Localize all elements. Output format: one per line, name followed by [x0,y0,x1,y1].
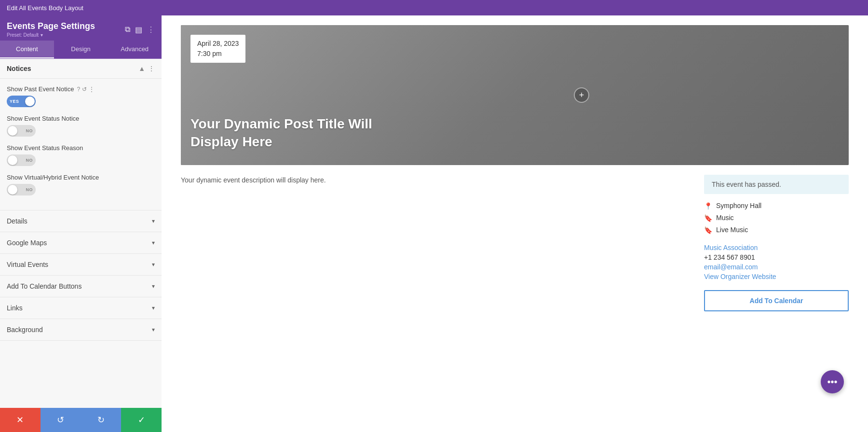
show-virtual-hybrid-notice-label: Show Virtual/Hybrid Event Notice [7,174,99,181]
past-event-help-icon[interactable]: ? [77,86,80,93]
columns-icon[interactable]: ▤ [135,25,142,34]
google-maps-section: Google Maps ▾ [0,232,162,254]
tab-content[interactable]: Content [0,41,54,58]
links-chevron-icon: ▾ [152,305,155,311]
event-description-text: Your dynamic event description will disp… [181,175,685,185]
floating-menu-icon: ••• [827,376,837,388]
show-event-status-notice-row: Show Event Status Notice NO [7,115,155,137]
banner-time: 7:30 pm [197,49,239,59]
google-maps-chevron-icon: ▾ [152,239,155,246]
past-event-reset-icon[interactable]: ↺ [82,86,87,93]
notices-more-icon[interactable]: ⋮ [148,65,155,72]
show-event-status-reason-toggle[interactable]: NO [7,154,36,166]
details-header[interactable]: Details ▾ [0,210,162,232]
category-icon-1: 🔖 [704,214,712,222]
notices-section-header[interactable]: Notices ▲ ⋮ [0,59,162,79]
links-section: Links ▾ [0,297,162,319]
background-title: Background [7,326,43,334]
details-section: Details ▾ [0,210,162,232]
background-section: Background ▾ [0,319,162,341]
toggle-off-label: NO [26,128,33,133]
show-event-status-notice-toggle[interactable]: NO [7,125,36,137]
virtual-events-title: Virtual Events [7,261,48,268]
detail-category-live-music: 🔖 Live Music [704,226,849,234]
add-to-calendar-header[interactable]: Add To Calendar Buttons ▾ [0,276,162,297]
add-to-calendar-button[interactable]: Add To Calendar [704,290,849,311]
organizer-email-link[interactable]: email@email.com [704,263,849,271]
add-to-calendar-chevron-icon: ▾ [152,283,155,290]
details-chevron-icon: ▾ [152,218,155,224]
show-event-status-reason-label: Show Event Status Reason [7,144,83,152]
banner-date: April 28, 2023 [197,39,239,49]
show-virtual-hybrid-notice-row: Show Virtual/Hybrid Event Notice NO [7,174,155,195]
sidebar-tabs: Content Design Advanced [0,41,162,59]
show-event-status-reason-row: Show Event Status Reason NO [7,144,155,166]
location-text: Symphony Hall [716,202,761,209]
sidebar-content: Notices ▲ ⋮ Show Past Event Notice ? ↺ [0,59,162,408]
floating-menu-button[interactable]: ••• [821,370,844,393]
virtual-events-header[interactable]: Virtual Events ▾ [0,254,162,275]
details-title: Details [7,217,27,225]
detail-location: 📍 Symphony Hall [704,202,849,210]
event-details: 📍 Symphony Hall 🔖 Music 🔖 Live Music [704,202,849,234]
google-maps-header[interactable]: Google Maps ▾ [0,232,162,253]
tab-design[interactable]: Design [54,41,108,58]
event-info-sidebar: This event has passed. 📍 Symphony Hall 🔖… [704,175,849,311]
preview-area: April 28, 2023 7:30 pm Your Dynamic Post… [162,15,868,432]
add-to-calendar-title: Add To Calendar Buttons [7,282,81,290]
add-to-calendar-section: Add To Calendar Buttons ▾ [0,276,162,297]
redo-button[interactable]: ↻ [81,408,122,432]
more-options-icon[interactable]: ⋮ [147,25,155,34]
show-event-status-notice-label: Show Event Status Notice [7,115,79,122]
past-event-notice: This event has passed. [704,175,849,194]
virtual-events-chevron-icon: ▾ [152,261,155,268]
banner-add-button[interactable]: + [574,87,589,103]
category-text-1: Music [716,214,734,222]
notices-collapse-icon[interactable]: ▲ [138,65,145,72]
toggle-on-label: YES [10,99,19,104]
sidebar-title: Events Page Settings [7,21,95,31]
notices-settings: Show Past Event Notice ? ↺ ⋮ YES [0,79,162,210]
category-text-2: Live Music [716,226,748,234]
cancel-button[interactable]: ✕ [0,408,41,432]
organizer-phone: +1 234 567 8901 [704,253,849,261]
show-past-event-notice-row: Show Past Event Notice ? ↺ ⋮ YES [7,85,155,107]
detail-category-music: 🔖 Music [704,214,849,222]
notices-title: Notices [7,65,31,72]
event-banner: April 28, 2023 7:30 pm Your Dynamic Post… [181,25,849,165]
top-bar-title: Edit All Events Body Layout [7,4,83,12]
chevron-down-icon: ▾ [41,32,43,38]
main-layout: Events Page Settings Preset: Default ▾ ⧉… [0,15,868,432]
event-description: Your dynamic event description will disp… [181,175,685,311]
links-title: Links [7,304,23,312]
sidebar-header-left: Events Page Settings Preset: Default ▾ [7,21,95,38]
category-icon-2: 🔖 [704,226,712,234]
sidebar-preset[interactable]: Preset: Default ▾ [7,32,95,38]
tab-advanced[interactable]: Advanced [108,41,162,58]
background-header[interactable]: Background ▾ [0,319,162,340]
banner-date-box: April 28, 2023 7:30 pm [190,35,245,63]
links-header[interactable]: Links ▾ [0,297,162,319]
google-maps-title: Google Maps [7,239,47,247]
sidebar-bottom: ✕ ↺ ↻ ✓ [0,408,162,432]
show-virtual-hybrid-notice-toggle[interactable]: NO [7,184,36,195]
past-event-more-icon[interactable]: ⋮ [89,86,95,93]
show-past-event-notice-label-row: Show Past Event Notice ? ↺ ⋮ [7,85,155,93]
background-chevron-icon: ▾ [152,326,155,333]
organizer-name-link[interactable]: Music Association [704,244,849,251]
copy-icon[interactable]: ⧉ [125,25,130,34]
undo-button[interactable]: ↺ [41,408,81,432]
virtual-events-section: Virtual Events ▾ [0,254,162,276]
sidebar-header-row: Events Page Settings Preset: Default ▾ ⧉… [0,15,162,41]
event-body: Your dynamic event description will disp… [181,175,849,311]
show-past-event-notice-label: Show Past Event Notice [7,85,74,93]
location-icon: 📍 [704,202,712,210]
banner-title: Your Dynamic Post Title Will Display Her… [190,115,383,151]
sidebar: Events Page Settings Preset: Default ▾ ⧉… [0,15,162,432]
preset-label: Preset: Default [7,32,39,38]
organizer-info: Music Association +1 234 567 8901 email@… [704,244,849,280]
show-past-event-notice-toggle[interactable]: YES [7,96,36,107]
organizer-website-link[interactable]: View Organizer Website [704,273,849,280]
save-button[interactable]: ✓ [121,408,162,432]
top-bar: Edit All Events Body Layout [0,0,868,15]
